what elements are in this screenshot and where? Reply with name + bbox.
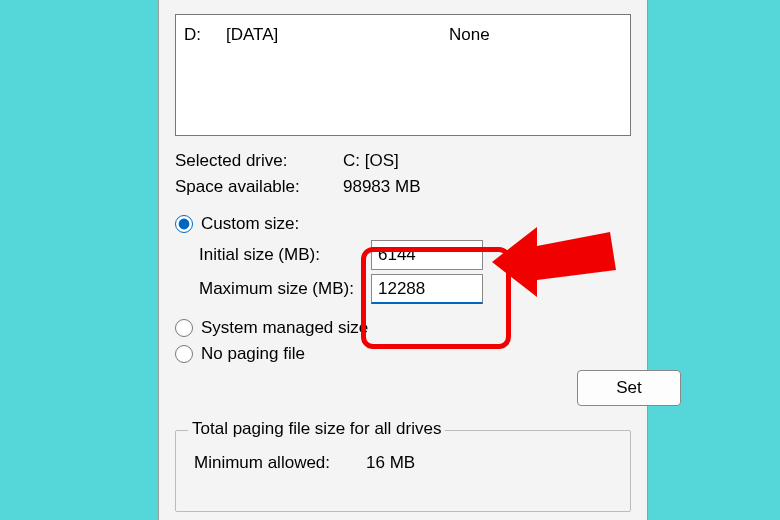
drive-info: Selected drive: C: [OS] Space available:…: [175, 148, 631, 200]
drives-listbox[interactable]: D: [DATA] None: [175, 14, 631, 136]
radio-none-input[interactable]: [175, 345, 193, 363]
set-button[interactable]: Set: [577, 370, 681, 406]
total-paging-group: Total paging file size for all drives Mi…: [175, 430, 631, 512]
radio-system-label: System managed size: [201, 318, 368, 338]
radio-system-input[interactable]: [175, 319, 193, 337]
radio-custom-input[interactable]: [175, 215, 193, 233]
initial-size-label: Initial size (MB):: [199, 245, 371, 265]
custom-size-fields: Initial size (MB): Maximum size (MB):: [199, 240, 631, 304]
radio-no-paging[interactable]: No paging file: [175, 344, 631, 364]
radio-custom-label: Custom size:: [201, 214, 299, 234]
drive-label: [DATA]: [226, 25, 622, 45]
minimum-allowed-label: Minimum allowed:: [188, 453, 366, 473]
maximum-size-input[interactable]: [371, 274, 483, 304]
maximum-size-label: Maximum size (MB):: [199, 279, 371, 299]
radio-custom-size[interactable]: Custom size:: [175, 214, 631, 234]
drive-row[interactable]: D: [DATA] None: [184, 25, 622, 45]
minimum-allowed-value: 16 MB: [366, 453, 415, 473]
radio-none-label: No paging file: [201, 344, 305, 364]
radio-system-managed[interactable]: System managed size: [175, 318, 631, 338]
virtual-memory-dialog: D: [DATA] None Selected drive: C: [OS] S…: [158, 0, 648, 520]
selected-drive-label: Selected drive:: [175, 148, 343, 174]
space-available-value: 98983 MB: [343, 174, 421, 200]
stage: D: [DATA] None Selected drive: C: [OS] S…: [0, 0, 780, 520]
drive-status: None: [449, 25, 490, 45]
initial-size-input[interactable]: [371, 240, 483, 270]
total-paging-title: Total paging file size for all drives: [188, 419, 445, 439]
selected-drive-value: C: [OS]: [343, 148, 399, 174]
paging-options: Custom size: Initial size (MB): Maximum …: [175, 214, 631, 364]
drive-letter: D:: [184, 25, 226, 45]
space-available-label: Space available:: [175, 174, 343, 200]
